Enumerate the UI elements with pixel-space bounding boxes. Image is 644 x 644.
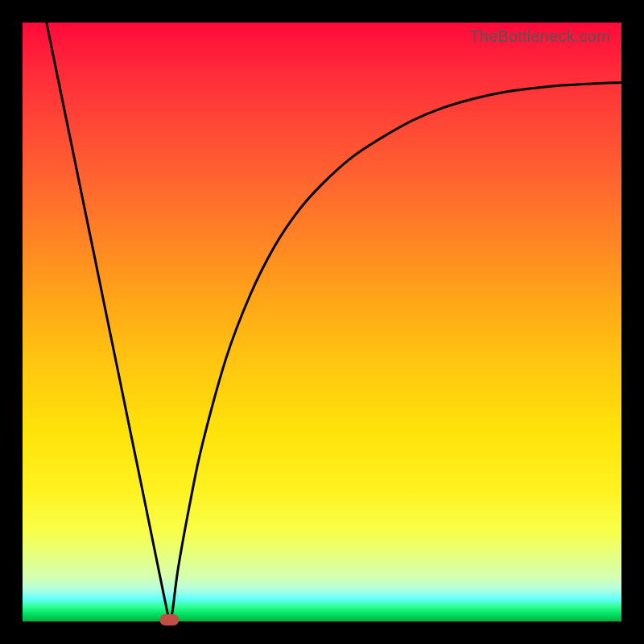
minimum-marker-icon — [160, 615, 178, 625]
chart-plot-area: TheBottleneck.com — [23, 23, 621, 621]
bottleneck-curve — [23, 23, 621, 621]
chart-frame: TheBottleneck.com — [0, 0, 644, 644]
curve-path — [47, 23, 621, 621]
